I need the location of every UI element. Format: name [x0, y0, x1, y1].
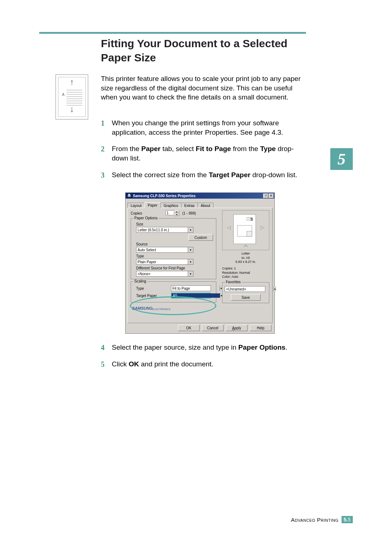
printer-properties-dialog: Samsung CLP-500 Series Properties ? ✕ La… — [125, 192, 275, 334]
triangle-left-icon[interactable]: ◁ — [227, 224, 231, 230]
scaling-group: Scaling Type ▼ Target Paper — [131, 281, 216, 302]
copies-spinner[interactable]: ▲ ▼ — [166, 210, 180, 216]
tab-panel-paper: Copies ▲ ▼ (1 - 999) Paper Options — [127, 208, 273, 323]
chevron-down-icon[interactable]: ▼ — [188, 227, 193, 232]
chapter-tab: 5 — [330, 148, 353, 170]
scale-illustration: A — [56, 74, 88, 119]
preview-page: S — [233, 214, 256, 244]
cancel-button[interactable]: Cancel — [202, 325, 224, 331]
step-1: 1 When you change the print settings fro… — [101, 118, 308, 137]
group-title: Favorites — [225, 280, 242, 284]
page-footer: Advanced Printing 5.5 — [291, 516, 353, 523]
scaling-type-label: Type — [136, 286, 171, 290]
size-label: Size — [136, 222, 213, 226]
target-paper-dropdown[interactable]: ▼ — [171, 293, 211, 298]
step-3: 3 Select the correct size from the Targe… — [101, 170, 308, 180]
group-title: Scaling — [133, 279, 147, 283]
top-rule — [39, 32, 306, 34]
chevron-down-icon[interactable]: ▼ — [188, 247, 193, 252]
apply-button[interactable]: Apply — [226, 325, 248, 331]
arrow-up-icon — [70, 80, 74, 88]
diff-source-value[interactable] — [136, 271, 188, 276]
target-paper-value[interactable] — [172, 293, 220, 298]
tab-strip: Layout Paper Graphics Extras About — [127, 202, 273, 208]
step-num: 4 — [101, 343, 105, 353]
dialog-buttons: OK Cancel Apply Help — [126, 325, 274, 331]
close-titlebar-button[interactable]: ✕ — [269, 194, 274, 198]
triangle-right-icon[interactable]: ▷ — [261, 224, 265, 230]
copies-row: Copies ▲ ▼ (1 - 999) — [131, 210, 216, 216]
close-icon: ✕ — [270, 194, 273, 198]
ok-button[interactable]: OK — [178, 325, 200, 331]
illus-a-label: A — [62, 93, 65, 97]
step-num: 2 — [101, 144, 105, 154]
step-num: 3 — [101, 170, 105, 180]
printer-icon — [127, 194, 131, 198]
svg-rect-2 — [128, 195, 131, 197]
save-button[interactable]: Save — [231, 294, 261, 301]
page: Fitting Your Document to a Selected Pape… — [0, 0, 392, 553]
help-button[interactable]: Help — [250, 325, 271, 331]
intro-paragraph: This printer feature allows you to scale… — [101, 74, 304, 102]
preview-caption: Letter to: A5 5.83 x 8.27 in. — [222, 252, 269, 264]
step-4: 4 Select the paper source, size and type… — [101, 343, 308, 352]
favorites-group: Favorites ▼ Save — [222, 282, 269, 303]
size-value[interactable] — [136, 227, 188, 232]
type-value[interactable] — [136, 259, 188, 264]
svg-rect-3 — [128, 194, 130, 195]
page-title: Fitting Your Document to a Selected Pape… — [101, 36, 306, 65]
paper-options-group: Paper Options Size ▼ Custom Source ▼ — [131, 218, 216, 279]
source-dropdown[interactable]: ▼ — [136, 247, 193, 253]
size-dropdown[interactable]: ▼ — [136, 227, 193, 233]
scaling-type-value[interactable] — [171, 286, 220, 291]
footer-pagenum: 5.5 — [342, 516, 353, 523]
spin-up-icon[interactable]: ▲ — [174, 210, 179, 213]
spin-down-icon[interactable]: ▼ — [174, 213, 179, 216]
copies-input[interactable] — [166, 210, 174, 215]
svg-rect-8 — [247, 231, 252, 236]
favorites-value[interactable] — [225, 286, 273, 292]
chevron-down-icon[interactable]: ▼ — [188, 259, 193, 264]
diff-source-dropdown[interactable]: ▼ — [136, 271, 193, 277]
dialog-titlebar[interactable]: Samsung CLP-500 Series Properties ? ✕ — [126, 193, 274, 199]
favorites-dropdown[interactable]: ▼ — [225, 286, 265, 292]
brand-logo: SAMSUNG — [132, 306, 152, 310]
step-num: 5 — [101, 359, 105, 369]
scaling-type-dropdown[interactable]: ▼ — [171, 285, 211, 291]
type-label: Type — [136, 254, 213, 258]
target-paper-label: Target Paper — [136, 294, 171, 298]
tab-paper[interactable]: Paper — [144, 202, 161, 208]
type-dropdown[interactable]: ▼ — [136, 259, 193, 265]
steps-after-dialog: 4 Select the paper source, size and type… — [101, 343, 308, 376]
step-2: 2 From the Paper tab, select Fit to Page… — [101, 144, 308, 163]
copies-range: (1 - 999) — [182, 211, 196, 215]
dialog-title: Samsung CLP-500 Series Properties — [133, 194, 263, 198]
copies-label: Copies — [131, 211, 166, 215]
footer-section: Advanced Printing — [291, 517, 339, 523]
step-num: 1 — [101, 118, 105, 128]
triangle-up-icon — [243, 245, 248, 248]
chevron-down-icon[interactable]: ▼ — [188, 271, 193, 276]
arrow-down-icon — [70, 106, 74, 114]
custom-button[interactable]: Custom — [188, 234, 213, 241]
source-value[interactable] — [136, 247, 188, 252]
chevron-down-icon[interactable]: ▼ — [273, 286, 276, 292]
help-titlebar-button[interactable]: ? — [263, 194, 268, 198]
step-5: 5 Click OK and print the document. — [101, 359, 308, 369]
steps-before-dialog: 1 When you change the print settings fro… — [101, 118, 308, 187]
preview-area: ◁ S ▷ — [222, 210, 269, 250]
brand-sub: ELECTRONICS — [152, 308, 171, 310]
info-lines: Copies: 1 Resolution: Normal Color: Auto — [222, 267, 269, 279]
step-text: When you change the print settings from … — [112, 119, 283, 136]
source-label: Source — [136, 242, 213, 246]
diff-source-label: Different Source for First Page — [136, 266, 213, 270]
group-title: Paper Options — [133, 216, 159, 220]
